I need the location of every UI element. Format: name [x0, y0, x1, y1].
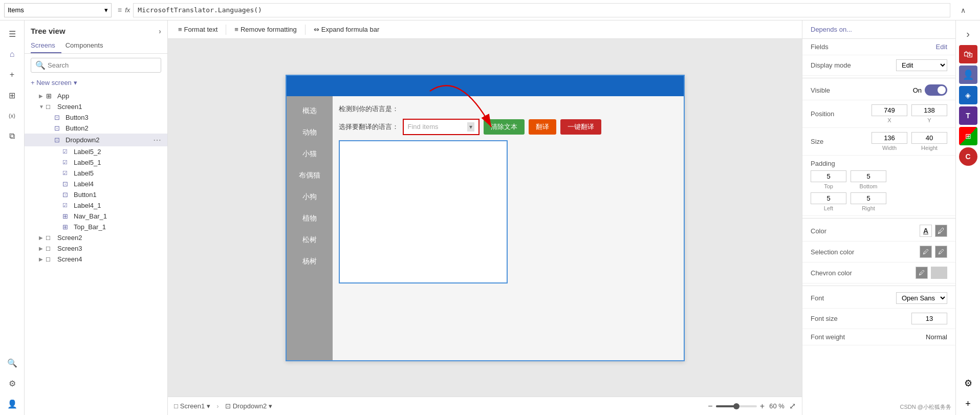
tree-item-screen3[interactable]: ▶ □ Screen3 [25, 243, 167, 254]
size-w-input[interactable] [872, 132, 907, 144]
display-mode-select[interactable]: Edit View Disabled [896, 59, 947, 71]
add-btn[interactable]: + [3, 65, 21, 84]
tree-item-button3[interactable]: ⊡ Button3 [25, 112, 167, 123]
pos-x-input[interactable] [872, 104, 907, 116]
zoom-slider[interactable] [716, 405, 757, 407]
nav-item-动物[interactable]: 动物 [287, 122, 333, 143]
nav-item-概选[interactable]: 概选 [287, 100, 333, 122]
visible-toggle[interactable] [925, 84, 947, 96]
collapse-formula-icon[interactable]: ∧ [961, 6, 966, 14]
expand-canvas-icon[interactable]: ⤢ [789, 401, 796, 411]
tree-search-input[interactable] [48, 61, 157, 69]
tree-item-label5-1[interactable]: ☑ Label5_1 [25, 157, 167, 168]
canvas-content: 概选 动物 小猫 布偶猫 小狗 植物 松树 杨树 检测到你的语言是： [168, 39, 802, 397]
tree-item-top-bar-1[interactable]: ⊞ Top_Bar_1 [25, 222, 167, 232]
font-size-input[interactable] [911, 313, 947, 324]
tree-header: Tree view › [25, 20, 167, 38]
breadcrumb-dropdown2[interactable]: ⊡ Dropdown2 ▾ [225, 402, 273, 410]
translate-btn[interactable]: 翻译 [529, 119, 556, 135]
nav-item-松树[interactable]: 松树 [287, 229, 333, 251]
label5-label: Label5 [74, 169, 161, 177]
collapse-panel-btn[interactable]: › [959, 25, 977, 43]
tree-item-button2[interactable]: ⊡ Button2 [25, 123, 167, 134]
add-item-btn[interactable]: + [959, 395, 977, 413]
tree-item-dropdown2[interactable]: ⊡ Dropdown2 ⋯ [25, 134, 167, 146]
chevron-color-swatch1[interactable]: 🖊 [916, 267, 928, 279]
font-select[interactable]: Open Sans [896, 292, 947, 304]
property-dropdown[interactable]: Items ▾ [4, 3, 112, 17]
color-fill-swatch[interactable]: 🖊 [935, 225, 947, 237]
tree-item-screen1[interactable]: ▼ □ Screen1 [25, 101, 167, 112]
button2-label: Button2 [66, 124, 161, 132]
one-click-translate-btn[interactable]: 一键翻译 [560, 119, 601, 135]
tree-item-label5-2[interactable]: ☑ Label5_2 [25, 146, 167, 157]
color-text-swatch[interactable]: A [920, 225, 932, 237]
clear-text-btn[interactable]: 清除文本 [484, 119, 525, 135]
windows-btn[interactable]: ⊞ [959, 127, 977, 145]
puzzle-btn[interactable]: ◈ [959, 86, 977, 104]
size-h-input[interactable] [911, 132, 947, 144]
zoom-controls: − + 60 % ⤢ [708, 401, 796, 411]
expand-formula-btn[interactable]: ⇔ Expand formula bar [310, 24, 383, 35]
nav-item-植物[interactable]: 植物 [287, 208, 333, 229]
c-icon-btn[interactable]: C [959, 147, 977, 166]
zoom-minus-btn[interactable]: − [708, 402, 712, 411]
pad-left-input[interactable] [811, 192, 846, 204]
tree-item-nav-bar-1[interactable]: ⊞ Nav_Bar_1 [25, 211, 167, 222]
gear-settings-btn[interactable]: ⚙ [959, 374, 977, 392]
expand-formula-label: Expand formula bar [321, 26, 379, 33]
tree-item-label4-1[interactable]: ☑ Label4_1 [25, 200, 167, 211]
format-text-btn[interactable]: ≡ Format text [174, 24, 222, 35]
variable-btn[interactable]: (x) [3, 106, 21, 125]
label5-2-label: Label5_2 [74, 148, 161, 156]
tree-item-label5[interactable]: ☑ Label5 [25, 168, 167, 179]
nav-item-小猫[interactable]: 小猫 [287, 143, 333, 165]
bag-btn[interactable]: 🛍 [959, 45, 977, 63]
font-row: Font Open Sans [802, 288, 955, 309]
tab-components[interactable]: Components [66, 38, 110, 53]
pos-y-input[interactable] [911, 104, 947, 116]
dropdown2-more-icon[interactable]: ⋯ [153, 135, 161, 145]
pad-right-input[interactable] [851, 192, 886, 204]
pad-left-label: Left [824, 205, 833, 211]
search-left-btn[interactable]: 🔍 [3, 354, 21, 372]
language-dropdown[interactable]: Find items ▾ [403, 119, 480, 135]
breadcrumb-screen1[interactable]: □ Screen1 ▾ [174, 402, 210, 410]
data-btn[interactable]: ⊞ [3, 86, 21, 104]
nav-item-布偶猫[interactable]: 布偶猫 [287, 165, 333, 186]
tree-item-screen2[interactable]: ▶ □ Screen2 [25, 232, 167, 243]
chevron-color-swatch2[interactable] [931, 267, 947, 279]
pad-bottom-input[interactable] [851, 170, 886, 182]
person-btn[interactable]: 👤 [959, 65, 977, 84]
remove-formatting-btn[interactable]: ≡ Remove formatting [230, 24, 300, 35]
tree-item-screen4[interactable]: ▶ □ Screen4 [25, 254, 167, 265]
button1-label: Button1 [74, 191, 161, 199]
teams-btn[interactable]: T [959, 106, 977, 125]
translation-text-area[interactable] [339, 140, 508, 283]
toolbar-divider-1 [226, 25, 226, 35]
expand-icon-screen3: ▶ [39, 246, 46, 251]
fields-edit-link[interactable]: Edit [936, 43, 947, 51]
button1-icon: ⊡ [62, 191, 72, 199]
nav-item-小狗[interactable]: 小狗 [287, 186, 333, 208]
zoom-plus-btn[interactable]: + [760, 402, 765, 411]
translate-label: 选择要翻译的语言： [339, 122, 399, 132]
selection-color-swatch2[interactable]: 🖊 [935, 246, 947, 258]
new-screen-btn[interactable]: + New screen ▾ [25, 77, 167, 89]
pad-top-input[interactable] [811, 170, 846, 182]
account-left-btn[interactable]: 👤 [3, 395, 21, 413]
settings-left-btn[interactable]: ⚙ [3, 374, 21, 392]
depends-on-link[interactable]: Depends on... [811, 26, 852, 33]
hamburger-menu-btn[interactable]: ☰ [3, 25, 21, 43]
component-btn[interactable]: ⧉ [3, 127, 21, 145]
formula-bar[interactable]: MicrosoftTranslator.Languages() [133, 3, 950, 17]
screen2-icon: □ [46, 234, 55, 242]
tree-item-app[interactable]: ▶ ⊞ App [25, 91, 167, 101]
tab-screens[interactable]: Screens [31, 38, 61, 53]
tree-collapse-icon[interactable]: › [159, 27, 161, 35]
selection-color-swatch1[interactable]: 🖊 [920, 246, 932, 258]
tree-item-label4[interactable]: ⊡ Label4 [25, 179, 167, 189]
home-btn[interactable]: ⌂ [3, 45, 21, 63]
nav-item-杨树[interactable]: 杨树 [287, 251, 333, 272]
tree-item-button1[interactable]: ⊡ Button1 [25, 189, 167, 200]
